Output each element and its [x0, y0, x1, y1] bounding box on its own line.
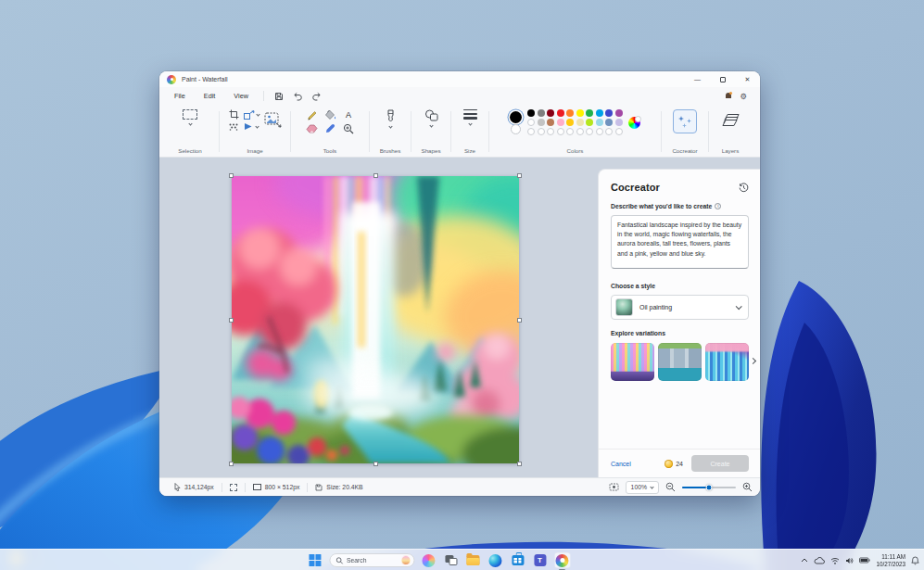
cocreator-button[interactable]: [673, 109, 697, 133]
taskbar-edge[interactable]: [487, 552, 503, 568]
color-swatch[interactable]: [615, 109, 623, 117]
start-button[interactable]: [307, 552, 323, 568]
color-swatch[interactable]: [527, 109, 535, 117]
fit-to-screen-icon[interactable]: [609, 483, 619, 491]
taskbar-file-explorer[interactable]: [465, 552, 481, 568]
menu-view[interactable]: View: [224, 89, 258, 103]
cancel-button[interactable]: Cancel: [611, 461, 631, 467]
color-swatch[interactable]: [557, 109, 564, 117]
color-swatch[interactable]: [576, 128, 584, 135]
color-swatch[interactable]: [547, 128, 554, 135]
color-swatch[interactable]: [596, 128, 603, 135]
zoom-out-icon[interactable]: [665, 482, 676, 492]
brushes-button[interactable]: [385, 109, 397, 128]
color-swatch[interactable]: [615, 128, 623, 135]
canvas[interactable]: [232, 176, 519, 463]
resize-handle[interactable]: [229, 173, 234, 178]
undo-button[interactable]: [288, 89, 307, 103]
magnifier-tool-icon[interactable]: [343, 123, 354, 134]
color-swatch[interactable]: [615, 119, 623, 126]
color-swatch[interactable]: [586, 128, 593, 135]
color-swatch[interactable]: [538, 109, 545, 117]
info-icon[interactable]: i: [715, 203, 721, 209]
selection-tool[interactable]: [183, 109, 197, 125]
prompt-textarea[interactable]: [611, 215, 749, 269]
taskbar-store[interactable]: [510, 552, 525, 568]
menu-edit[interactable]: Edit: [195, 89, 225, 103]
image-options-icon[interactable]: [264, 112, 282, 128]
color-swatch[interactable]: [547, 119, 554, 126]
layers-button[interactable]: [724, 109, 738, 126]
color-swatch[interactable]: [527, 119, 535, 126]
notification-bell-icon[interactable]: [911, 556, 919, 565]
color-swatch[interactable]: [557, 128, 564, 135]
color-swatch[interactable]: [547, 109, 554, 117]
zoom-slider[interactable]: [682, 487, 736, 488]
color-swatch[interactable]: [605, 119, 613, 126]
rotate-flip-button[interactable]: [244, 122, 259, 131]
resize-handle[interactable]: [373, 173, 378, 178]
variation-thumbnail-1[interactable]: [611, 343, 654, 381]
volume-icon[interactable]: [845, 557, 854, 564]
maximize-button[interactable]: [710, 71, 735, 87]
notification-icon[interactable]: [725, 92, 732, 100]
color-swatch[interactable]: [576, 119, 584, 126]
dither-pattern-icon[interactable]: [229, 123, 239, 131]
close-button[interactable]: ✕: [735, 71, 760, 87]
create-button[interactable]: Create: [691, 455, 749, 472]
background-color-well[interactable]: [511, 124, 521, 134]
color-swatch[interactable]: [586, 119, 593, 126]
color-swatch[interactable]: [605, 109, 613, 117]
eyedropper-tool-icon[interactable]: [324, 123, 335, 134]
taskbar-teams[interactable]: [532, 552, 548, 568]
color-swatch[interactable]: [576, 109, 584, 117]
color-swatch[interactable]: [538, 119, 545, 126]
color-swatch[interactable]: [538, 128, 545, 135]
variation-thumbnail-2[interactable]: [658, 343, 702, 381]
resize-handle[interactable]: [229, 462, 234, 466]
resize-handle[interactable]: [517, 462, 522, 466]
zoom-in-icon[interactable]: [742, 482, 753, 492]
resize-handle[interactable]: [229, 318, 234, 323]
resize-button[interactable]: [244, 110, 259, 120]
battery-icon[interactable]: [859, 557, 870, 564]
next-variations-icon[interactable]: [750, 358, 756, 364]
pencil-tool-icon[interactable]: [306, 109, 317, 120]
history-icon[interactable]: [739, 183, 749, 193]
menu-file[interactable]: File: [165, 89, 195, 103]
shapes-button[interactable]: [424, 109, 438, 127]
minimize-button[interactable]: —: [685, 71, 710, 87]
text-tool-icon[interactable]: A: [346, 111, 351, 120]
edit-colors-wheel-icon[interactable]: [628, 117, 640, 129]
taskbar-copilot[interactable]: [421, 552, 437, 568]
zoom-level-dropdown[interactable]: 100%: [626, 481, 659, 494]
color-swatch[interactable]: [566, 109, 574, 117]
taskbar-task-view[interactable]: [443, 552, 459, 568]
color-swatch[interactable]: [596, 109, 603, 117]
resize-handle[interactable]: [517, 173, 522, 178]
taskbar-clock[interactable]: 11:11 AM 10/27/2023: [876, 553, 905, 568]
color-swatch[interactable]: [605, 128, 613, 135]
taskbar-paint-active[interactable]: [554, 552, 570, 568]
save-button[interactable]: [270, 89, 288, 103]
redo-button[interactable]: [307, 89, 325, 103]
color-swatch[interactable]: [596, 119, 603, 126]
zoom-slider-thumb[interactable]: [706, 484, 713, 490]
style-dropdown[interactable]: Oil painting: [611, 295, 749, 320]
color-swatch[interactable]: [586, 109, 593, 117]
variation-thumbnail-3[interactable]: [705, 343, 749, 381]
settings-gear-icon[interactable]: ⚙: [740, 92, 747, 101]
color-swatch[interactable]: [557, 119, 564, 126]
crop-icon[interactable]: [229, 109, 239, 120]
taskbar-search[interactable]: Search: [329, 553, 414, 567]
eraser-tool-icon[interactable]: [306, 124, 318, 133]
wifi-icon[interactable]: [830, 557, 840, 564]
color-swatch[interactable]: [527, 128, 535, 135]
onedrive-cloud-icon[interactable]: [814, 557, 825, 564]
size-button[interactable]: [463, 109, 477, 125]
color-swatch[interactable]: [566, 128, 574, 135]
fill-tool-icon[interactable]: [324, 109, 336, 120]
resize-handle[interactable]: [517, 318, 522, 323]
foreground-color-well[interactable]: [510, 111, 522, 123]
resize-handle[interactable]: [373, 462, 378, 466]
